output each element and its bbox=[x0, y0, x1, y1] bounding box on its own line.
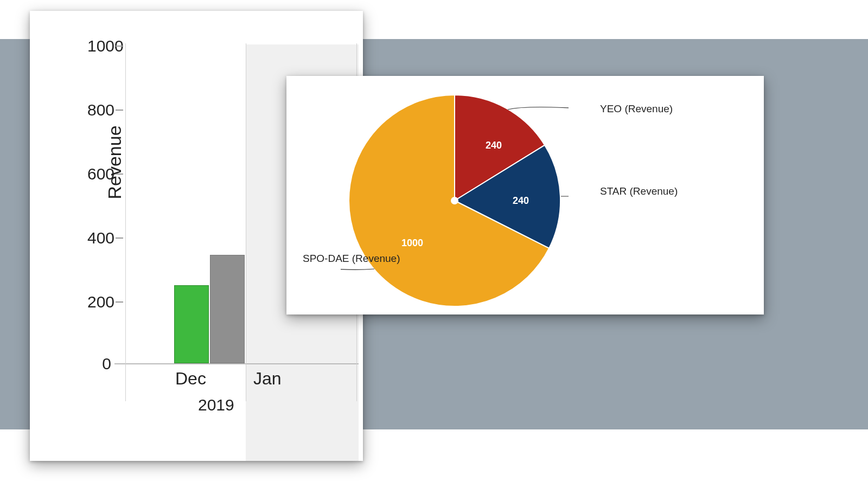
pie-center-dot bbox=[451, 197, 458, 204]
y-tick-0: 0 bbox=[87, 355, 111, 373]
y-tick-600: 600 bbox=[87, 165, 111, 183]
pie-chart-card: 240 240 1000 YEO (Revenue) STAR (Revenue… bbox=[286, 76, 764, 314]
leader-spo bbox=[341, 267, 374, 269]
pie-label-star: STAR (Revenue) bbox=[600, 185, 678, 197]
x-label-jan: Jan bbox=[253, 369, 282, 389]
y-tick-mark bbox=[116, 301, 123, 303]
pie-value-star: 240 bbox=[513, 195, 529, 206]
y-tick-mark bbox=[116, 174, 123, 175]
y-tick-1000: 1000 bbox=[87, 37, 111, 55]
pie-label-spo: SPO-DAE (Revenue) bbox=[303, 253, 400, 265]
y-tick-mark bbox=[116, 110, 123, 111]
y-tick-400: 400 bbox=[87, 229, 111, 247]
y-axis-label: Revenue bbox=[104, 125, 125, 199]
pie-value-yeo: 240 bbox=[486, 140, 502, 151]
y-tick-800: 800 bbox=[87, 101, 111, 119]
pie-label-yeo: YEO (Revenue) bbox=[600, 103, 673, 115]
x-baseline bbox=[114, 363, 359, 364]
x-label-dec: Dec bbox=[175, 369, 206, 389]
leader-yeo bbox=[508, 107, 569, 114]
x-group-year: 2019 bbox=[198, 396, 234, 414]
y-tick-mark bbox=[116, 46, 123, 47]
y-tick-200: 200 bbox=[87, 293, 111, 311]
bar-dec-grey bbox=[210, 255, 245, 363]
pie-value-spo: 1000 bbox=[401, 237, 423, 248]
bar-dec-green bbox=[174, 285, 209, 363]
pie-chart: 240 240 1000 bbox=[341, 81, 569, 309]
y-tick-mark bbox=[116, 237, 123, 239]
